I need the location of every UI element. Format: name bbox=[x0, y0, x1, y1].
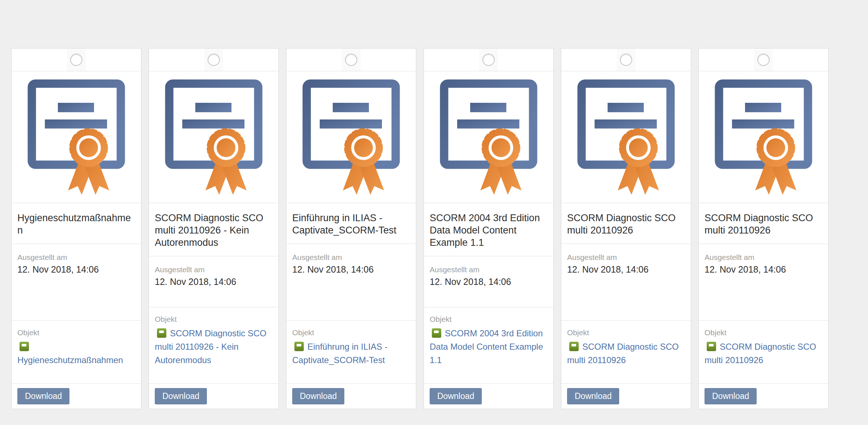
object-section: Objekt SCORM Diagnostic SCO multi 201109… bbox=[561, 320, 691, 383]
certificate-icon bbox=[165, 79, 263, 195]
object-link[interactable]: SCORM 2004 3rd Edition Data Model Conten… bbox=[430, 327, 548, 367]
object-section: Objekt Einführung in ILIAS - Captivate_S… bbox=[286, 320, 416, 383]
object-section: Objekt SCORM 2004 3rd Edition Data Model… bbox=[424, 307, 553, 383]
card-title: SCORM 2004 3rd Edition Data Model Conten… bbox=[424, 203, 553, 256]
card-image-area bbox=[699, 71, 828, 203]
issued-date: 12. Nov 2018, 14:06 bbox=[17, 263, 135, 275]
object-link-label: Einführung in ILIAS - Captivate_SCORM-Te… bbox=[292, 342, 387, 365]
radio-unchecked-icon[interactable] bbox=[208, 54, 220, 66]
object-label: Objekt bbox=[17, 327, 135, 338]
card-select-row bbox=[561, 49, 691, 71]
radio-unchecked-icon[interactable] bbox=[70, 54, 82, 66]
object-label: Objekt bbox=[430, 314, 548, 324]
card-select-row bbox=[149, 49, 278, 71]
certificate-card: SCORM Diagnostic SCO multi 20110926 - Ke… bbox=[149, 48, 279, 409]
download-section: Download bbox=[286, 383, 416, 409]
certificate-icon bbox=[714, 79, 813, 195]
object-section: Objekt SCORM Diagnostic SCO multi 201109… bbox=[699, 320, 828, 383]
object-link-label: Hygieneschutzmaßnahmen bbox=[17, 355, 123, 365]
download-section: Download bbox=[699, 383, 828, 409]
object-link[interactable]: SCORM Diagnostic SCO multi 20110926 bbox=[567, 340, 685, 367]
object-link-label: SCORM 2004 3rd Edition Data Model Conten… bbox=[430, 328, 543, 365]
card-select-row bbox=[12, 49, 141, 71]
learning-module-icon bbox=[707, 342, 716, 351]
object-section: Objekt SCORM Diagnostic SCO multi 201109… bbox=[149, 307, 278, 383]
issued-label: Ausgestellt am bbox=[17, 252, 135, 262]
download-section: Download bbox=[424, 383, 553, 409]
download-section: Download bbox=[561, 383, 691, 409]
object-link[interactable]: SCORM Diagnostic SCO multi 20110926 - Ke… bbox=[155, 327, 273, 367]
learning-module-icon bbox=[294, 342, 304, 351]
download-button[interactable]: Download bbox=[292, 388, 344, 404]
issued-date: 12. Nov 2018, 14:06 bbox=[430, 275, 548, 288]
issued-section: Ausgestellt am 12. Nov 2018, 14:06 bbox=[561, 244, 691, 320]
card-select-row bbox=[424, 49, 553, 71]
certificate-card: Einführung in ILIAS - Captivate_SCORM-Te… bbox=[286, 48, 416, 409]
issued-date: 12. Nov 2018, 14:06 bbox=[705, 263, 822, 275]
learning-module-icon bbox=[157, 328, 166, 338]
object-link-label: SCORM Diagnostic SCO multi 20110926 bbox=[705, 342, 816, 365]
object-link[interactable]: Hygieneschutzmaßnahmen bbox=[17, 340, 135, 367]
object-link[interactable]: Einführung in ILIAS - Captivate_SCORM-Te… bbox=[292, 340, 410, 367]
object-label: Objekt bbox=[705, 327, 822, 338]
certificate-card: SCORM Diagnostic SCO multi 20110926 Ausg… bbox=[698, 48, 829, 409]
certificate-icon bbox=[439, 79, 538, 195]
issued-date: 12. Nov 2018, 14:06 bbox=[567, 263, 685, 275]
issued-date: 12. Nov 2018, 14:06 bbox=[155, 275, 273, 288]
learning-module-icon bbox=[20, 342, 29, 351]
issued-label: Ausgestellt am bbox=[430, 264, 548, 275]
certificate-icon bbox=[27, 79, 125, 195]
object-section: Objekt Hygieneschutzmaßnahmen bbox=[12, 320, 141, 383]
learning-module-icon bbox=[569, 342, 579, 351]
card-title: SCORM Diagnostic SCO multi 20110926 bbox=[561, 203, 691, 244]
radio-unchecked-icon[interactable] bbox=[345, 54, 357, 66]
object-label: Objekt bbox=[155, 314, 273, 324]
card-image-area bbox=[424, 71, 553, 203]
download-button[interactable]: Download bbox=[155, 388, 207, 404]
issued-date: 12. Nov 2018, 14:06 bbox=[292, 263, 410, 275]
certificate-icon bbox=[577, 79, 675, 195]
download-button[interactable]: Download bbox=[567, 388, 619, 404]
card-image-area bbox=[149, 71, 278, 203]
card-image-area bbox=[561, 71, 691, 203]
card-title: Einführung in ILIAS - Captivate_SCORM-Te… bbox=[286, 203, 416, 244]
card-select-row bbox=[286, 49, 416, 71]
certificate-icon bbox=[302, 79, 400, 195]
issued-label: Ausgestellt am bbox=[705, 252, 822, 262]
object-label: Objekt bbox=[567, 327, 685, 338]
issued-label: Ausgestellt am bbox=[567, 252, 685, 262]
object-link-label: SCORM Diagnostic SCO multi 20110926 - Ke… bbox=[155, 328, 267, 365]
card-image-area bbox=[286, 71, 416, 203]
download-button[interactable]: Download bbox=[17, 388, 69, 404]
radio-unchecked-icon[interactable] bbox=[757, 54, 770, 66]
issued-section: Ausgestellt am 12. Nov 2018, 14:06 bbox=[699, 244, 828, 320]
download-button[interactable]: Download bbox=[430, 388, 482, 404]
card-title: Hygieneschutzmaßnahmen bbox=[12, 203, 141, 244]
card-image-area bbox=[12, 71, 141, 203]
radio-unchecked-icon[interactable] bbox=[620, 54, 632, 66]
certificates-grid: Hygieneschutzmaßnahmen Ausgestellt am 12… bbox=[11, 48, 829, 409]
certificate-card: Hygieneschutzmaßnahmen Ausgestellt am 12… bbox=[11, 48, 141, 409]
object-link-label: SCORM Diagnostic SCO multi 20110926 bbox=[567, 342, 679, 365]
card-title: SCORM Diagnostic SCO multi 20110926 bbox=[699, 203, 828, 244]
issued-label: Ausgestellt am bbox=[155, 264, 273, 275]
issued-section: Ausgestellt am 12. Nov 2018, 14:06 bbox=[12, 244, 141, 320]
issued-section: Ausgestellt am 12. Nov 2018, 14:06 bbox=[149, 256, 278, 307]
card-select-row bbox=[699, 49, 828, 71]
issued-label: Ausgestellt am bbox=[292, 252, 410, 262]
issued-section: Ausgestellt am 12. Nov 2018, 14:06 bbox=[424, 256, 553, 307]
object-label: Objekt bbox=[292, 327, 410, 338]
card-title: SCORM Diagnostic SCO multi 20110926 - Ke… bbox=[149, 203, 278, 256]
radio-unchecked-icon[interactable] bbox=[482, 54, 495, 66]
certificate-card: SCORM Diagnostic SCO multi 20110926 Ausg… bbox=[561, 48, 691, 409]
learning-module-icon bbox=[432, 328, 441, 338]
download-section: Download bbox=[12, 383, 141, 409]
issued-section: Ausgestellt am 12. Nov 2018, 14:06 bbox=[286, 244, 416, 320]
object-link[interactable]: SCORM Diagnostic SCO multi 20110926 bbox=[705, 340, 822, 367]
certificate-card: SCORM 2004 3rd Edition Data Model Conten… bbox=[424, 48, 554, 409]
download-section: Download bbox=[149, 383, 278, 409]
download-button[interactable]: Download bbox=[705, 388, 757, 404]
